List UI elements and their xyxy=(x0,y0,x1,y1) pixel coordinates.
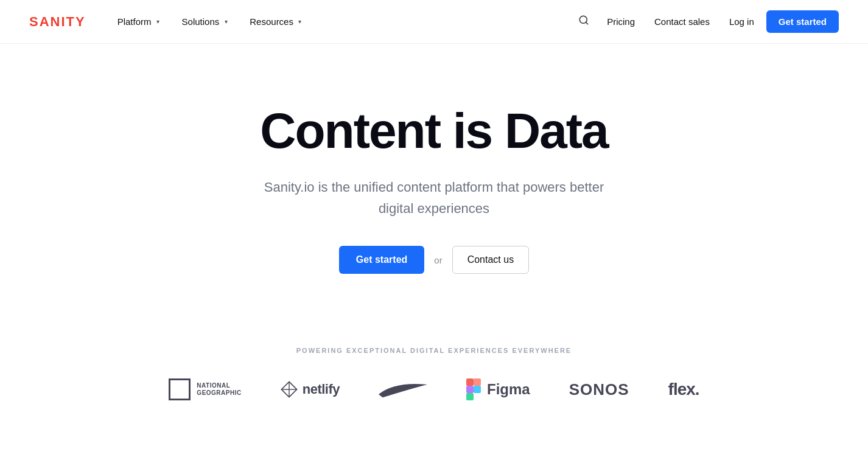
figma-logo: Figma xyxy=(466,378,530,400)
svg-rect-5 xyxy=(466,378,474,386)
pricing-link[interactable]: Pricing xyxy=(600,12,642,32)
natgeo-text: NATIONALGEOGRAPHIC xyxy=(197,382,241,397)
netlify-name-text: netlify xyxy=(303,382,340,397)
nav-right: Pricing Contact sales Log in Get started xyxy=(573,10,839,33)
flex-logo: flex. xyxy=(668,380,699,399)
contact-us-button[interactable]: Contact us xyxy=(452,246,529,274)
figma-name-text: Figma xyxy=(487,381,530,398)
svg-rect-6 xyxy=(474,378,481,386)
svg-line-1 xyxy=(586,22,588,24)
nav-links: Platform ▾ Solutions ▾ Resources ▾ xyxy=(110,12,573,32)
get-started-hero-button[interactable]: Get started xyxy=(339,246,424,274)
nav-solutions[interactable]: Solutions ▾ xyxy=(175,12,238,32)
nav-resources[interactable]: Resources ▾ xyxy=(242,12,312,32)
nav-solutions-label: Solutions xyxy=(182,16,220,27)
hero-title: Content is Data xyxy=(260,105,607,157)
navigation: SANITY Platform ▾ Solutions ▾ Resources … xyxy=(0,0,868,44)
nav-platform-label: Platform xyxy=(117,16,152,27)
natgeo-box-icon xyxy=(169,378,191,400)
sonos-name-text: SONOS xyxy=(569,380,629,399)
netlify-logo: netlify xyxy=(281,381,340,398)
svg-rect-8 xyxy=(474,386,481,393)
site-logo[interactable]: SANITY xyxy=(29,14,86,30)
nike-logo xyxy=(379,380,427,399)
national-geographic-logo: NATIONALGEOGRAPHIC xyxy=(169,378,241,400)
hero-section: Content is Data Sanity.io is the unified… xyxy=(0,44,868,322)
nike-swoosh-icon xyxy=(379,380,427,399)
netlify-icon xyxy=(281,381,298,398)
logos-row: NATIONALGEOGRAPHIC netlify xyxy=(169,378,699,400)
hero-or-text: or xyxy=(434,255,442,265)
search-button[interactable] xyxy=(573,11,595,33)
get-started-nav-button[interactable]: Get started xyxy=(766,10,839,33)
logos-eyebrow: POWERING EXCEPTIONAL DIGITAL EXPERIENCES… xyxy=(296,347,572,354)
sonos-logo: SONOS xyxy=(569,380,629,399)
hero-cta-group: Get started or Contact us xyxy=(339,246,529,274)
login-link[interactable]: Log in xyxy=(722,12,761,32)
nav-platform[interactable]: Platform ▾ xyxy=(110,12,170,32)
search-icon xyxy=(578,15,589,29)
svg-rect-9 xyxy=(466,393,474,400)
contact-sales-link[interactable]: Contact sales xyxy=(647,12,717,32)
logos-section: POWERING EXCEPTIONAL DIGITAL EXPERIENCES… xyxy=(0,322,868,437)
svg-rect-7 xyxy=(466,386,474,393)
nav-resources-label: Resources xyxy=(250,16,293,27)
chevron-down-icon: ▾ xyxy=(296,18,304,26)
figma-icon xyxy=(466,378,481,400)
chevron-down-icon: ▾ xyxy=(222,18,230,26)
hero-subtitle: Sanity.io is the unified content platfor… xyxy=(264,176,604,219)
flex-name-text: flex. xyxy=(668,380,699,399)
chevron-down-icon: ▾ xyxy=(154,18,163,26)
